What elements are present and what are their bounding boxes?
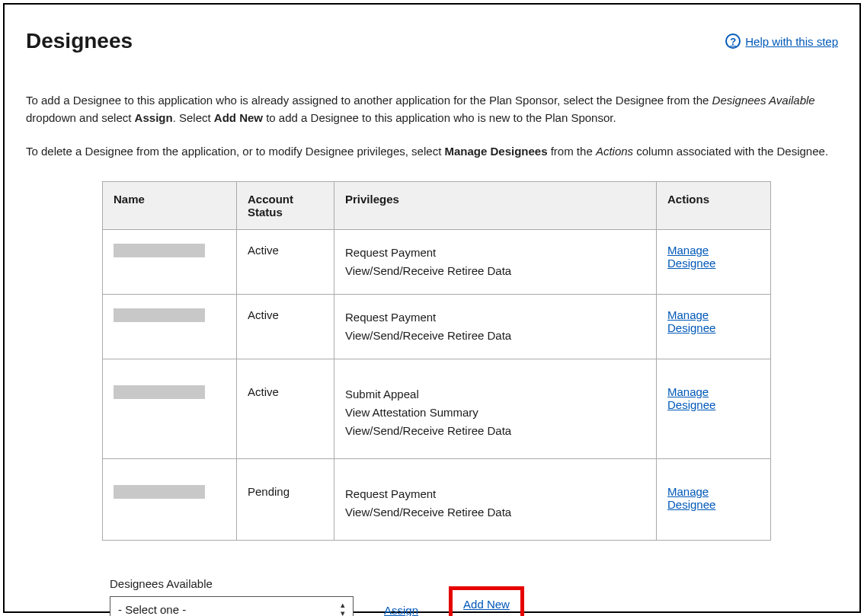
privilege-item: Request Payment: [345, 244, 645, 262]
cell-name: [103, 294, 237, 359]
cell-name: [103, 229, 237, 294]
page-title: Designees: [26, 29, 133, 53]
privilege-item: View/Send/Receive Retiree Data: [345, 503, 645, 522]
designees-available-select[interactable]: - Select one - ▴▾: [110, 596, 354, 616]
manage-designee-link[interactable]: Manage Designee: [667, 485, 715, 511]
add-new-highlight: Add New: [449, 586, 524, 616]
cell-actions: Manage Designee: [657, 294, 771, 359]
cell-status: Pending: [237, 458, 334, 540]
add-new-link[interactable]: Add New: [463, 598, 510, 611]
privilege-item: Request Payment: [345, 485, 645, 503]
help-link-label: Help with this step: [745, 35, 838, 48]
cell-status: Active: [237, 359, 334, 458]
select-selected-value: - Select one -: [118, 603, 186, 616]
table-row: ActiveRequest PaymentView/Send/Receive R…: [103, 294, 771, 359]
cell-name: [103, 359, 237, 458]
redacted-name: [114, 385, 205, 399]
help-icon: ?: [725, 34, 741, 49]
intro-paragraph-2: To delete a Designee from the applicatio…: [26, 142, 838, 160]
intro-text: To add a Designee to this application wh…: [26, 91, 838, 160]
redacted-name: [114, 308, 205, 322]
cell-actions: Manage Designee: [657, 458, 771, 540]
cell-privileges: Request PaymentView/Send/Receive Retiree…: [334, 294, 657, 359]
redacted-name: [114, 244, 205, 257]
manage-designee-link[interactable]: Manage Designee: [667, 308, 715, 334]
th-privileges: Privileges: [334, 181, 657, 229]
footer-controls: Designees Available - Select one - ▴▾ As…: [110, 577, 838, 616]
designees-available-group: Designees Available - Select one - ▴▾: [110, 577, 354, 616]
privilege-item: View/Send/Receive Retiree Data: [345, 262, 645, 280]
redacted-name: [114, 485, 205, 499]
privilege-item: Submit Appeal: [345, 385, 645, 404]
assign-link[interactable]: Assign: [384, 604, 418, 616]
cell-privileges: Request PaymentView/Send/Receive Retiree…: [334, 458, 657, 540]
th-status: Account Status: [237, 181, 334, 229]
cell-privileges: Submit AppealView Attestation SummaryVie…: [334, 359, 657, 458]
privilege-item: View/Send/Receive Retiree Data: [345, 327, 645, 345]
table-row: ActiveSubmit AppealView Attestation Summ…: [103, 359, 771, 458]
manage-designee-link[interactable]: Manage Designee: [667, 244, 715, 270]
intro-paragraph-1: To add a Designee to this application wh…: [26, 91, 838, 127]
cell-status: Active: [237, 229, 334, 294]
table-row: ActiveRequest PaymentView/Send/Receive R…: [103, 229, 771, 294]
page-frame: Designees ? Help with this step To add a…: [3, 3, 861, 613]
th-name: Name: [103, 181, 237, 229]
manage-designee-link[interactable]: Manage Designee: [667, 385, 715, 411]
cell-privileges: Request PaymentView/Send/Receive Retiree…: [334, 229, 657, 294]
th-actions: Actions: [657, 181, 771, 229]
page-header: Designees ? Help with this step: [26, 29, 838, 53]
cell-actions: Manage Designee: [657, 359, 771, 458]
designees-table: Name Account Status Privileges Actions A…: [102, 181, 771, 541]
privilege-item: View/Send/Receive Retiree Data: [345, 422, 645, 440]
designees-available-label: Designees Available: [110, 577, 354, 590]
chevron-updown-icon: ▴▾: [341, 601, 345, 616]
help-link[interactable]: ? Help with this step: [725, 34, 838, 49]
privilege-item: View Attestation Summary: [345, 404, 645, 422]
cell-name: [103, 458, 237, 540]
cell-status: Active: [237, 294, 334, 359]
table-header-row: Name Account Status Privileges Actions: [103, 181, 771, 229]
privilege-item: Request Payment: [345, 308, 645, 327]
cell-actions: Manage Designee: [657, 229, 771, 294]
table-row: PendingRequest PaymentView/Send/Receive …: [103, 458, 771, 540]
designees-table-wrap: Name Account Status Privileges Actions A…: [102, 181, 771, 541]
